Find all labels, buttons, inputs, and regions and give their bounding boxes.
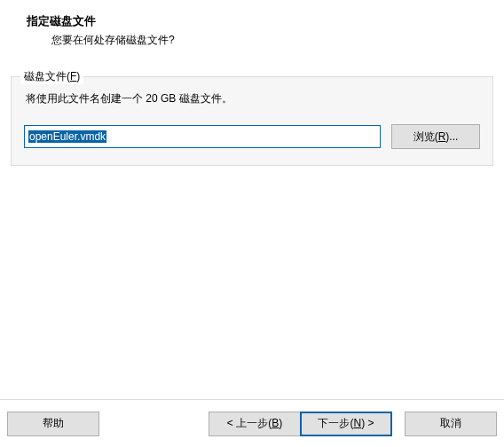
- dialog-subtitle: 您要在何处存储磁盘文件?: [18, 33, 486, 48]
- disk-file-value: openEuler.vmdk: [28, 130, 106, 143]
- browse-button[interactable]: 浏览(R)...: [391, 124, 480, 149]
- back-button[interactable]: < 上一步(B): [209, 412, 301, 436]
- dialog-body: 磁盘文件(F) 将使用此文件名创建一个 20 GB 磁盘文件。 openEule…: [0, 76, 504, 166]
- disk-file-input[interactable]: openEuler.vmdk: [24, 125, 381, 148]
- disk-file-description: 将使用此文件名创建一个 20 GB 磁盘文件。: [24, 91, 480, 106]
- dialog-header: 指定磁盘文件 您要在何处存储磁盘文件?: [0, 0, 504, 60]
- next-button[interactable]: 下一步(N) >: [300, 412, 392, 436]
- fieldset-legend: 磁盘文件(F): [20, 69, 83, 84]
- dialog-title: 指定磁盘文件: [18, 14, 486, 29]
- disk-file-fieldset: 磁盘文件(F) 将使用此文件名创建一个 20 GB 磁盘文件。 openEule…: [11, 76, 493, 166]
- cancel-button[interactable]: 取消: [405, 412, 497, 436]
- dialog-footer: 帮助 < 上一步(B) 下一步(N) > 取消: [0, 399, 504, 447]
- help-button[interactable]: 帮助: [7, 412, 99, 436]
